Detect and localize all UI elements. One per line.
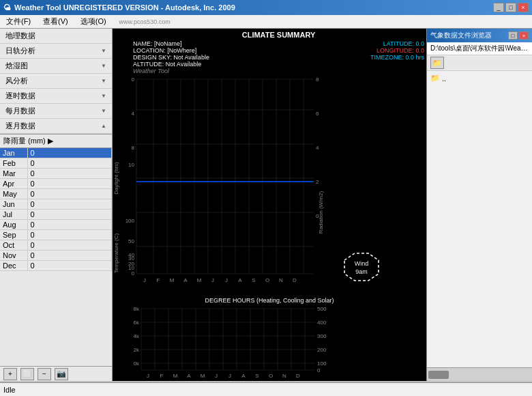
svg-text:10: 10 <box>128 162 134 168</box>
table-row[interactable]: Nov0 <box>0 251 112 261</box>
watermark: www.pcos530.com <box>119 18 171 25</box>
table-row[interactable]: Mar0 <box>0 169 112 179</box>
svg-text:4: 4 <box>132 111 135 117</box>
svg-text:N: N <box>279 277 283 283</box>
title-text: Weather Tool UNREGISTERED VERSION - Auto… <box>14 3 235 12</box>
svg-text:2: 2 <box>316 179 319 185</box>
left-panel: 地理数据 日轨分析 ▼ 焓湿图 ▼ 风分析 ▼ 逐时数据 ▼ <box>0 29 113 381</box>
minimize-button[interactable]: _ <box>493 3 504 12</box>
svg-text:4: 4 <box>316 145 319 151</box>
nav-psychrometric[interactable]: 焓湿图 ▼ <box>0 59 112 74</box>
svg-text:J: J <box>147 373 149 379</box>
svg-text:0: 0 <box>132 270 135 277</box>
svg-text:0: 0 <box>132 76 135 83</box>
main-chart: 0 4 8 10 Daylight (hrs) 8 6 4 2 0 Radiat… <box>113 76 426 294</box>
table-row[interactable]: Sep0 <box>0 230 112 240</box>
arrow-hourly: ▼ <box>101 93 106 99</box>
svg-text:M: M <box>201 373 205 379</box>
right-close-button[interactable]: × <box>519 31 529 40</box>
svg-text:9am: 9am <box>355 268 368 275</box>
svg-text:M: M <box>170 277 175 283</box>
svg-text:6k: 6k <box>134 320 140 326</box>
svg-text:Temperature (C): Temperature (C) <box>113 234 119 274</box>
degree-hours-chart: 8k 6k 4k 2k 0k 500 400 300 200 100 0 <box>114 305 425 380</box>
svg-text:J: J <box>215 373 218 379</box>
nav-monthly2[interactable]: 逐月数据 ▲ <box>0 119 112 134</box>
right-path: D:\tools\桌面\河东软件园\Weathe <box>427 42 532 55</box>
menu-file[interactable]: 文件(F) <box>3 16 33 27</box>
svg-text:S: S <box>255 373 258 379</box>
svg-text:M: M <box>197 277 202 283</box>
arrow-monthly: ▼ <box>101 108 106 114</box>
nav-geographic[interactable]: 地理数据 <box>0 29 112 44</box>
table-row[interactable]: Dec0 <box>0 261 112 271</box>
svg-marker-40 <box>344 253 379 281</box>
right-scrollbar[interactable] <box>427 367 532 381</box>
table-header-row: 降雨量 (mm) ▶ <box>0 134 112 148</box>
file-item-parent[interactable]: 📁 .. <box>429 73 530 83</box>
nav-wind[interactable]: 风分析 ▼ <box>0 74 112 89</box>
svg-text:Daylight (hrs): Daylight (hrs) <box>113 162 119 195</box>
right-content: 📁 .. <box>427 71 532 367</box>
svg-text:100: 100 <box>125 218 135 224</box>
table-row[interactable]: Aug0 <box>0 220 112 230</box>
climate-timezone: TIMEZONE: 0.0 hrs <box>370 54 424 61</box>
svg-text:M: M <box>173 373 178 379</box>
scrollbar-thumb <box>428 371 449 379</box>
svg-text:8k: 8k <box>134 306 140 312</box>
nav-monthly[interactable]: 每月数据 ▼ <box>0 104 112 119</box>
status-bar: Idle <box>0 382 532 396</box>
close-button[interactable]: × <box>518 3 529 12</box>
right-panel: 气象数据文件浏览器 □ × D:\tools\桌面\河东软件园\Weathe 📁… <box>426 29 532 381</box>
menu-options[interactable]: 选项(O) <box>78 16 109 27</box>
select-button[interactable]: ⬜ <box>20 368 34 380</box>
climate-location: LOCATION: [NoWhere] <box>133 47 209 54</box>
right-pin-button[interactable]: □ <box>508 31 518 40</box>
climate-design-sky: DESIGN SKY: Not Available <box>133 54 209 61</box>
table-row[interactable]: Jan0 <box>0 148 112 158</box>
status-text: Idle <box>3 386 16 394</box>
svg-text:8: 8 <box>316 76 319 83</box>
right-toolbar-button[interactable]: 📁 <box>430 57 444 69</box>
table-row[interactable]: Oct0 <box>0 240 112 251</box>
svg-text:100: 100 <box>317 360 327 367</box>
svg-text:J: J <box>228 373 231 379</box>
app-icon: 🌤 <box>3 3 11 12</box>
svg-text:300: 300 <box>317 333 327 339</box>
svg-text:J: J <box>225 277 228 283</box>
nav-hourly[interactable]: 逐时数据 ▼ <box>0 89 112 104</box>
arrow-sun-path: ▼ <box>101 48 106 54</box>
degree-hours-title: DEGREE HOURS (Heating, Cooling and Solar… <box>114 296 425 305</box>
weather-tool-label: Weather Tool <box>133 68 209 74</box>
minus-button[interactable]: − <box>38 368 51 380</box>
maximize-button[interactable]: □ <box>505 3 516 12</box>
svg-text:4k: 4k <box>134 333 140 339</box>
svg-text:200: 200 <box>317 347 327 353</box>
svg-text:Radiation (W/m2): Radiation (W/m2) <box>318 191 324 234</box>
climate-name: NAME: [NoName] <box>133 40 209 47</box>
svg-text:O: O <box>269 373 273 379</box>
svg-text:500: 500 <box>317 306 327 312</box>
table-row[interactable]: May0 <box>0 189 112 199</box>
table-row[interactable]: Apr0 <box>0 179 112 189</box>
table-row[interactable]: Jun0 <box>0 199 112 210</box>
camera-button[interactable]: 📷 <box>55 368 68 380</box>
svg-text:8: 8 <box>132 145 135 151</box>
svg-text:S: S <box>252 277 255 283</box>
svg-text:Wind: Wind <box>355 260 369 267</box>
svg-text:F: F <box>160 373 164 379</box>
table-row[interactable]: Jul0 <box>0 210 112 220</box>
menu-view[interactable]: 查看(V) <box>40 16 71 27</box>
svg-text:0: 0 <box>317 367 321 373</box>
climate-altitude: ALTITUDE: Not Available <box>133 61 209 68</box>
add-button[interactable]: + <box>3 368 17 380</box>
svg-text:A: A <box>238 277 242 283</box>
folder-icon: 📁 <box>430 74 440 83</box>
table-row[interactable]: Feb0 <box>0 158 112 169</box>
svg-text:J: J <box>143 277 146 283</box>
nav-sun-path[interactable]: 日轨分析 ▼ <box>0 44 112 59</box>
svg-text:6: 6 <box>316 111 319 117</box>
svg-text:50: 50 <box>128 238 134 244</box>
climate-title: CLIMATE SUMMARY <box>133 31 424 39</box>
svg-text:O: O <box>265 277 269 283</box>
